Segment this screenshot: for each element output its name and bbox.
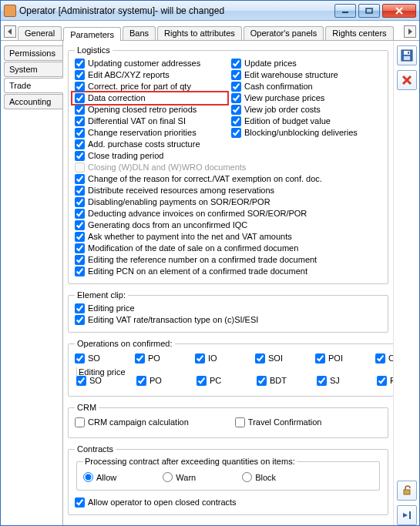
checkbox-blocking-unblocking-deliveries[interactable]: Blocking/unblocking deliveries	[231, 127, 381, 139]
contracts-allow-open-checkbox[interactable]: Allow operator to open closed contracts	[75, 497, 381, 508]
checkbox-edit-abc-xyz-reports[interactable]: Edit ABC/XYZ reports	[75, 69, 225, 81]
checkbox-input[interactable]	[75, 266, 85, 276]
radio-warn[interactable]: Warn	[163, 472, 196, 482]
checkbox-input[interactable]	[231, 93, 241, 103]
checkbox-sj[interactable]: SJ	[317, 375, 361, 387]
delete-button[interactable]	[397, 70, 417, 90]
sidetab-system[interactable]: System	[4, 62, 62, 77]
checkbox-input[interactable]	[195, 353, 205, 364]
lock-button[interactable]	[397, 481, 417, 501]
checkbox-editing-the-reference-number-on-a-confir[interactable]: Editing the reference number on a confir…	[75, 254, 381, 266]
checkbox-input[interactable]	[75, 197, 85, 207]
close-button[interactable]	[382, 4, 416, 18]
checkbox-input[interactable]	[75, 243, 85, 253]
checkbox-opening-closed-retro-periods[interactable]: Opening closed retro periods	[75, 104, 225, 116]
sidetab-trade[interactable]: Trade	[4, 78, 63, 93]
checkbox-close-trading-period[interactable]: Close trading period	[75, 150, 381, 162]
checkbox-editing-pcn-on-an-element-of-a-confirmed[interactable]: Editing PCN on an element of a confirmed…	[75, 266, 381, 277]
checkbox-view-job-order-costs[interactable]: View job order costs	[231, 104, 381, 116]
checkbox-po[interactable]: PO	[136, 375, 181, 387]
checkbox-view-purchase-prices[interactable]: View purchase prices	[231, 92, 381, 104]
sidetab-permissions[interactable]: Permissions	[4, 45, 62, 61]
checkbox-input[interactable]	[377, 376, 387, 386]
checkbox-input[interactable]	[75, 232, 85, 242]
checkbox-input[interactable]	[75, 417, 85, 427]
tab-general[interactable]: General	[18, 26, 62, 40]
checkbox-deducting-advance-invoices-on-confirmed-[interactable]: Deducting advance invoices on confirmed …	[75, 208, 381, 219]
checkbox-travel-confirmation[interactable]: Travel Confirmation	[235, 417, 322, 428]
checkbox-edit-warehouse-structure[interactable]: Edit warehouse structure	[231, 69, 381, 81]
checkbox-input[interactable]	[75, 70, 85, 80]
checkbox-so[interactable]: SO	[76, 375, 121, 387]
radio-block[interactable]: Block	[242, 472, 276, 482]
checkbox-input[interactable]	[255, 353, 265, 364]
sidetab-accounting[interactable]: Accounting	[4, 94, 62, 109]
tab-scroll-left[interactable]	[4, 25, 16, 38]
checkbox-editing-price[interactable]: Editing price	[75, 303, 381, 314]
checkbox-po[interactable]: PO	[135, 353, 180, 364]
checkbox-input[interactable]	[75, 303, 85, 313]
checkbox-disabling-enabling-payments-on-sor-eor-p[interactable]: Disabling/enabling payments on SOR/EOR/P…	[75, 196, 381, 208]
tab-operator-s-panels[interactable]: Operator's panels	[244, 26, 324, 40]
checkbox-input[interactable]	[75, 151, 85, 161]
checkbox-input[interactable]	[375, 353, 385, 364]
checkbox-input[interactable]	[75, 82, 85, 92]
checkbox-input[interactable]	[75, 209, 85, 219]
checkbox-input[interactable]	[75, 105, 85, 115]
tab-rights-centers[interactable]: Rights centers	[325, 26, 393, 40]
checkbox-input[interactable]	[197, 376, 207, 386]
checkbox-differential-vat-on-final-si[interactable]: Differential VAT on final SI	[75, 116, 225, 127]
expand-button[interactable]	[397, 505, 417, 525]
checkbox-editing-vat-rate-transaction-type-on-c-s[interactable]: Editing VAT rate/transaction type on (c)…	[75, 314, 381, 326]
checkbox-io[interactable]: IO	[195, 353, 240, 364]
radio-input[interactable]	[242, 472, 252, 482]
checkbox-distribute-received-resources-among-rese[interactable]: Distribute received resources among rese…	[75, 185, 381, 196]
checkbox-input[interactable]	[231, 59, 241, 69]
contracts-allow-open-input[interactable]	[75, 498, 85, 508]
checkbox-so[interactable]: SO	[75, 353, 119, 364]
checkbox-input[interactable]	[76, 376, 86, 386]
checkbox-pkj[interactable]: PKJ	[377, 375, 393, 387]
checkbox-soi[interactable]: SOI	[255, 353, 300, 364]
checkbox-c[interactable]: C	[375, 353, 393, 364]
checkbox-bdt[interactable]: BDT	[257, 375, 301, 387]
checkbox-input[interactable]	[136, 376, 146, 386]
checkbox-input[interactable]	[231, 82, 241, 92]
checkbox-input[interactable]	[75, 353, 85, 364]
checkbox-data-correction[interactable]: Data correction	[75, 92, 225, 104]
checkbox-input[interactable]	[75, 220, 85, 230]
checkbox-input[interactable]	[75, 315, 85, 325]
checkbox-input[interactable]	[75, 186, 85, 196]
checkbox-input[interactable]	[75, 128, 85, 138]
tab-rights-to-attributes[interactable]: Rights to attributes	[157, 26, 242, 40]
tab-scroll-right[interactable]	[404, 25, 416, 38]
tab-bans[interactable]: Bans	[123, 26, 156, 40]
checkbox-input[interactable]	[231, 116, 241, 126]
checkbox-input[interactable]	[75, 59, 85, 69]
radio-input[interactable]	[163, 472, 173, 482]
checkbox-input[interactable]	[317, 376, 327, 386]
checkbox-ask-whether-to-payment-into-the-net-and-[interactable]: Ask whether to payment into the net and …	[75, 231, 381, 243]
tab-parameters[interactable]: Parameters	[63, 27, 121, 41]
checkbox-input[interactable]	[75, 116, 85, 126]
checkbox-updating-customer-addresses[interactable]: Updating customer addresses	[75, 58, 225, 69]
checkbox-add-purchase-costs-structure[interactable]: Add. purchase costs structure	[75, 139, 381, 150]
checkbox-input[interactable]	[75, 139, 85, 149]
checkbox-change-reservation-priorities[interactable]: Change reservation priorities	[75, 127, 225, 139]
checkbox-input[interactable]	[135, 353, 145, 364]
radio-allow[interactable]: Allow	[83, 472, 116, 482]
checkbox-edition-of-budget-value[interactable]: Edition of budget value	[231, 116, 381, 127]
checkbox-update-prices[interactable]: Update prices	[231, 58, 381, 69]
checkbox-input[interactable]	[315, 353, 325, 364]
checkbox-generating-docs-from-an-unconfirmed-iqc[interactable]: Generating docs from an unconfirmed IQC	[75, 219, 381, 231]
checkbox-input[interactable]	[231, 105, 241, 115]
checkbox-pc[interactable]: PC	[197, 375, 241, 387]
checkbox-input[interactable]	[75, 174, 85, 184]
checkbox-poi[interactable]: POI	[315, 353, 360, 364]
checkbox-crm-campaign-calculation[interactable]: CRM campaign calculation	[75, 417, 189, 428]
checkbox-input[interactable]	[75, 255, 85, 265]
checkbox-input[interactable]	[231, 128, 241, 138]
minimize-button[interactable]	[334, 4, 356, 18]
radio-input[interactable]	[83, 472, 93, 482]
save-button[interactable]	[397, 45, 417, 65]
